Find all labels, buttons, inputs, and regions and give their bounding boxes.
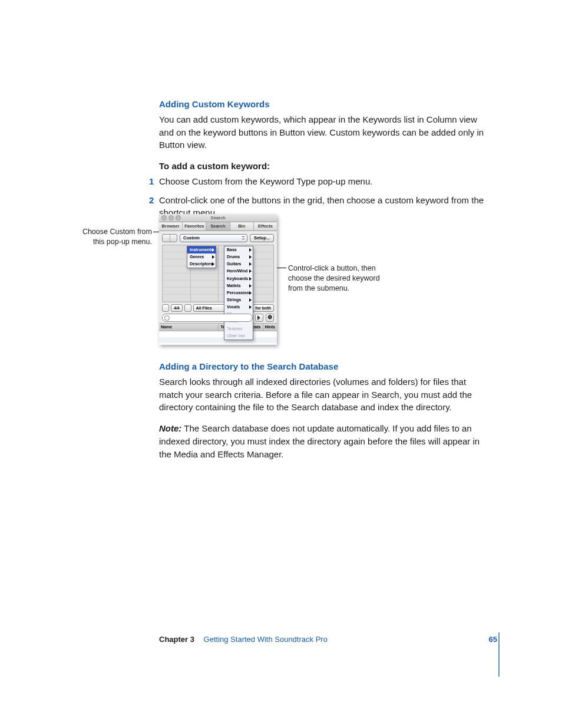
step-text: Choose Custom from the Keyword Type pop-… <box>159 176 372 186</box>
section-adding-directory: Adding a Directory to the Search Databas… <box>159 360 486 469</box>
context-menu[interactable]: Instruments Genres Descriptors <box>187 246 216 268</box>
step-number: 2 <box>149 194 154 207</box>
menu-item-drums[interactable]: Drums <box>224 253 253 261</box>
column-hints[interactable]: Hints <box>263 324 277 331</box>
callout-left: Choose Custom from this pop-up menu. <box>75 227 152 247</box>
page-number: 65 <box>489 634 497 645</box>
chevron-right-icon <box>212 255 214 259</box>
tab-bar: Browser Favorites Search Bin Effects <box>159 222 277 231</box>
results-list[interactable] <box>159 331 277 345</box>
time-signature-popup[interactable]: 4/4 <box>171 304 183 312</box>
tab-search[interactable]: Search <box>206 222 230 230</box>
footer-rule <box>498 633 500 677</box>
menu-item-guitars[interactable]: Guitars <box>224 261 253 268</box>
chevron-right-icon <box>249 269 252 273</box>
menu-item-horn-wind[interactable]: Horn/Wind <box>224 268 253 275</box>
note-body: The Search database does not update auto… <box>159 423 480 459</box>
paragraph: Search looks through all indexed directo… <box>159 375 486 414</box>
page: Adding Custom Keywords You can add custo… <box>0 0 562 728</box>
chevron-right-icon <box>212 262 214 266</box>
chevron-right-icon <box>249 262 252 266</box>
match-scope-popup[interactable]: for both <box>253 304 274 312</box>
keyword-type-popup[interactable]: Custom <box>180 234 247 242</box>
window-title: Search <box>210 215 225 220</box>
menu-item-strings[interactable]: Strings <box>224 297 253 304</box>
chevron-right-icon <box>249 298 252 302</box>
note-paragraph: Note: The Search database does not updat… <box>159 422 486 460</box>
callout-right: Control-click a button, then choose the … <box>288 263 382 294</box>
chevron-right-icon <box>249 248 252 252</box>
page-footer: Chapter 3 Getting Started With Soundtrac… <box>159 634 497 645</box>
heading-adding-directory: Adding a Directory to the Search Databas… <box>159 360 486 373</box>
options-row: 4/4 All Files for both <box>162 304 274 312</box>
keyword-button-grid[interactable] <box>162 245 274 302</box>
footer-left: Chapter 3 Getting Started With Soundtrac… <box>159 634 328 645</box>
menu-item-genres[interactable]: Genres <box>187 253 216 261</box>
column-name[interactable]: Name <box>159 324 219 331</box>
search-input[interactable] <box>162 314 253 322</box>
chevron-right-icon <box>249 277 252 281</box>
add-button[interactable]: ⊕ <box>266 314 274 322</box>
section-adding-custom-keywords: Adding Custom Keywords You can add custo… <box>159 98 486 226</box>
menu-item-descriptors[interactable]: Descriptors <box>187 261 216 268</box>
note-label: Note: <box>159 423 181 433</box>
context-submenu[interactable]: Bass Drums Guitars Horn/Wind Keyboards M… <box>224 246 253 340</box>
menu-item-other-inst[interactable]: Other Inst <box>224 332 253 340</box>
menu-item-mallets[interactable]: Mallets <box>224 282 253 289</box>
view-mode-segment[interactable] <box>162 234 177 242</box>
tab-effects[interactable]: Effects <box>254 222 277 230</box>
procedure-steps: 1Choose Custom from the Keyword Type pop… <box>159 175 486 219</box>
step: 1Choose Custom from the Keyword Type pop… <box>159 175 486 188</box>
step-number: 1 <box>149 175 154 188</box>
paragraph: You can add custom keywords, which appea… <box>159 113 486 151</box>
results-header: Name Tempo Key Beats Hints <box>159 323 277 331</box>
procedure-heading: To add a custom keyword: <box>159 160 486 173</box>
menu-item-vocals[interactable]: Vocals <box>224 304 253 311</box>
chevron-right-icon <box>249 291 252 295</box>
menu-item-keyboards[interactable]: Keyboards <box>224 275 253 282</box>
screenshot-search-window: Search Browser Favorites Search Bin Effe… <box>159 214 277 345</box>
chapter-label: Chapter 3 <box>159 635 194 644</box>
tab-bin[interactable]: Bin <box>230 222 254 230</box>
toolbar-row: Custom Setup... <box>159 231 277 243</box>
menu-item-percussion[interactable]: Percussion <box>224 289 253 297</box>
tab-favorites[interactable]: Favorites <box>183 222 206 230</box>
window-titlebar: Search <box>159 214 277 222</box>
chapter-title: Getting Started With Soundtrack Pro <box>204 635 328 644</box>
tab-browser[interactable]: Browser <box>159 222 183 230</box>
menu-item-bass[interactable]: Bass <box>224 246 253 253</box>
chevron-right-icon <box>212 248 214 252</box>
chevron-right-icon <box>249 284 252 288</box>
menu-item-textures[interactable]: Textures <box>224 325 253 332</box>
loop-icon[interactable] <box>184 304 191 312</box>
search-row: ⊕ <box>162 314 274 321</box>
setup-button[interactable]: Setup... <box>250 234 274 242</box>
chevron-right-icon <box>249 255 252 259</box>
heading-adding-custom-keywords: Adding Custom Keywords <box>159 98 486 111</box>
preview-play-button[interactable] <box>255 314 263 322</box>
refine-icon[interactable] <box>162 304 169 312</box>
menu-item-instruments[interactable]: Instruments <box>187 246 216 253</box>
chevron-right-icon <box>249 305 252 309</box>
traffic-lights[interactable] <box>161 215 181 220</box>
